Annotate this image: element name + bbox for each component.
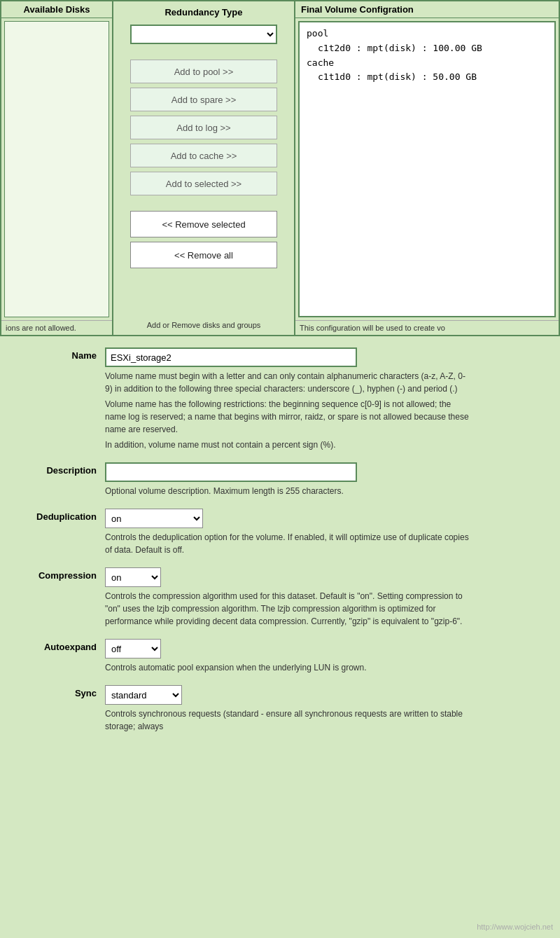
deduplication-select[interactable]: on off	[105, 509, 203, 528]
name-hint3: In addition, volume name must not contai…	[105, 439, 469, 451]
autoexpand-field-container: off on Controls automatic pool expansion…	[105, 639, 539, 674]
sync-row: Sync standard always disabled Controls s…	[21, 685, 539, 733]
volume-line-cache: cache	[307, 56, 547, 71]
volume-line-pool: pool	[307, 27, 547, 41]
compression-select[interactable]: on off lzjb gzip gzip-1 gzip-6 gzip-9 zl…	[105, 567, 161, 587]
name-hint2: Volume name has the following restrictio…	[105, 398, 469, 436]
sync-select[interactable]: standard always disabled	[105, 685, 182, 705]
description-input[interactable]	[105, 462, 357, 482]
add-to-spare-button[interactable]: Add to spare >>	[130, 88, 277, 111]
add-to-log-button[interactable]: Add to log >>	[130, 116, 277, 139]
sync-hint: Controls synchronous requests (standard …	[105, 708, 469, 733]
name-row: Name Volume name must begin with a lette…	[21, 347, 539, 451]
final-volume-column: Final Volume Configration pool c1t2d0 : …	[295, 1, 559, 335]
middle-footer: Add or Remove disks and groups	[147, 315, 261, 329]
description-field-container: Optional volume description. Maximum len…	[105, 462, 539, 497]
sync-field-container: standard always disabled Controls synchr…	[105, 685, 539, 733]
deduplication-row: Deduplication on off Controls the dedupl…	[21, 509, 539, 556]
compression-field-container: on off lzjb gzip gzip-1 gzip-6 gzip-9 zl…	[105, 567, 539, 628]
final-volume-footer: This configuration will be used to creat…	[295, 320, 559, 335]
top-panel: Available Disks ions are not allowed. Re…	[0, 0, 560, 336]
description-label: Description	[21, 462, 105, 476]
name-input[interactable]	[105, 347, 357, 367]
middle-column: Redundancy Type Add to pool >> Add to sp…	[113, 1, 295, 335]
autoexpand-label: Autoexpand	[21, 639, 105, 652]
add-to-selected-button[interactable]: Add to selected >>	[130, 172, 277, 195]
final-volume-content: pool c1t2d0 : mpt(disk) : 100.00 GB cach…	[298, 21, 556, 317]
autoexpand-select[interactable]: off on	[105, 639, 161, 658]
final-volume-header: Final Volume Configration	[295, 1, 559, 18]
name-hint1: Volume name must begin with a letter and…	[105, 370, 469, 395]
volume-line-disk1: c1t2d0 : mpt(disk) : 100.00 GB	[307, 41, 547, 56]
redundancy-type-header: Redundancy Type	[164, 7, 242, 18]
bottom-panel: Name Volume name must begin with a lette…	[0, 336, 560, 755]
remove-selected-button[interactable]: << Remove selected	[130, 211, 277, 237]
available-disks-header: Available Disks	[1, 1, 112, 18]
add-to-cache-button[interactable]: Add to cache >>	[130, 144, 277, 167]
deduplication-field-container: on off Controls the deduplication option…	[105, 509, 539, 556]
name-label: Name	[21, 347, 105, 361]
description-row: Description Optional volume description.…	[21, 462, 539, 497]
compression-hint: Controls the compression algorithm used …	[105, 590, 469, 628]
autoexpand-hint: Controls automatic pool expansion when t…	[105, 661, 469, 674]
autoexpand-row: Autoexpand off on Controls automatic poo…	[21, 639, 539, 674]
available-disks-column: Available Disks ions are not allowed.	[1, 1, 113, 335]
available-disks-list	[4, 21, 109, 317]
redundancy-type-select[interactable]	[130, 25, 277, 44]
volume-line-disk2: c1t1d0 : mpt(disk) : 50.00 GB	[307, 70, 547, 85]
description-hint: Optional volume description. Maximum len…	[105, 485, 469, 497]
deduplication-label: Deduplication	[21, 509, 105, 522]
add-to-pool-button[interactable]: Add to pool >>	[130, 60, 277, 83]
compression-label: Compression	[21, 567, 105, 581]
sync-label: Sync	[21, 685, 105, 698]
name-field-container: Volume name must begin with a letter and…	[105, 347, 539, 451]
compression-row: Compression on off lzjb gzip gzip-1 gzip…	[21, 567, 539, 628]
available-disks-footer: ions are not allowed.	[1, 320, 112, 335]
remove-all-button[interactable]: << Remove all	[130, 242, 277, 268]
deduplication-hint: Controls the deduplication option for th…	[105, 531, 469, 556]
